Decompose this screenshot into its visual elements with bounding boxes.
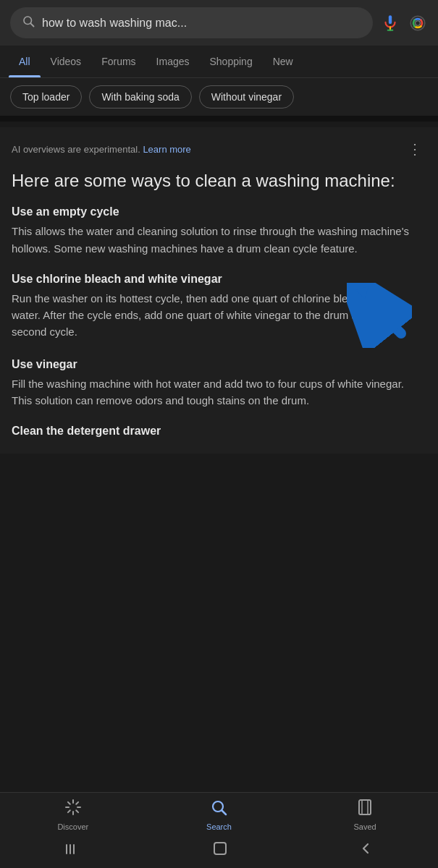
nav-search[interactable]: Search: [190, 799, 248, 831]
search-nav-label: Search: [206, 822, 232, 831]
chip-baking-soda[interactable]: With baking soda: [89, 85, 191, 109]
ai-section-empty-cycle: Use an empty cycle This allows the water…: [12, 205, 426, 257]
section-title-vinegar: Use vinegar: [12, 358, 426, 371]
section-divider: [0, 116, 438, 122]
svg-line-15: [68, 810, 70, 812]
tab-all[interactable]: All: [9, 46, 41, 77]
search-icon: [22, 14, 35, 31]
system-nav-bar: [0, 834, 438, 868]
ai-section-vinegar: Use vinegar Fill the washing machine wit…: [12, 358, 426, 409]
svg-point-6: [416, 20, 421, 25]
nav-discover[interactable]: Discover: [44, 799, 102, 831]
section-title-detergent: Clean the detergent drawer: [12, 425, 426, 438]
chip-top-loader[interactable]: Top loader: [10, 85, 82, 109]
ai-section-detergent: Clean the detergent drawer: [12, 425, 426, 438]
section-title-empty-cycle: Use an empty cycle: [12, 205, 426, 218]
section-text-chlorine: Run the washer on its hottest cycle, the…: [12, 290, 426, 341]
nav-saved[interactable]: Saved: [336, 799, 394, 831]
google-lens-icon[interactable]: [408, 13, 428, 33]
search-bar[interactable]: how to wash washing mac...: [10, 7, 373, 38]
chip-without-vinegar[interactable]: Without vinegar: [199, 85, 294, 109]
section-text-vinegar: Fill the washing machine with hot water …: [12, 375, 426, 409]
tab-shopping[interactable]: Shopping: [200, 46, 263, 77]
saved-label: Saved: [354, 822, 376, 831]
recents-button[interactable]: [66, 843, 82, 858]
ai-overview-header: AI overviews are experimental. Learn mor…: [12, 139, 426, 159]
saved-icon: [357, 799, 373, 820]
svg-line-12: [68, 802, 70, 804]
svg-rect-2: [389, 15, 392, 24]
search-nav-icon: [210, 799, 227, 820]
discover-icon: [64, 799, 82, 820]
svg-line-17: [222, 811, 227, 815]
ai-overview-section: AI overviews are experimental. Learn mor…: [0, 127, 438, 454]
ai-overview-title: Here are some ways to clean a washing ma…: [12, 169, 426, 192]
svg-line-14: [76, 802, 78, 804]
tab-new[interactable]: New: [263, 46, 303, 77]
svg-rect-20: [66, 844, 67, 854]
svg-rect-21: [70, 844, 71, 854]
discover-label: Discover: [57, 822, 88, 831]
search-bar-area: how to wash washing mac...: [0, 0, 438, 46]
tabs-area: All Videos Forums Images Shopping New: [0, 46, 438, 78]
ai-disclaimer: AI overviews are experimental. Learn mor…: [12, 144, 191, 155]
tab-videos[interactable]: Videos: [41, 46, 92, 77]
ai-section-chlorine: Use chlorine bleach and white vinegar Ru…: [12, 273, 426, 341]
svg-rect-19: [362, 800, 368, 814]
svg-line-1: [30, 23, 33, 26]
svg-line-13: [76, 810, 78, 812]
section-text-empty-cycle: This allows the water and cleaning solut…: [12, 223, 426, 257]
bottom-navigation: Discover Search Saved: [0, 792, 438, 868]
svg-rect-18: [359, 800, 371, 814]
tab-images[interactable]: Images: [146, 46, 200, 77]
learn-more-link[interactable]: Learn more: [143, 144, 190, 155]
chips-area: Top loader With baking soda Without vine…: [0, 78, 438, 116]
home-button[interactable]: [213, 841, 227, 859]
back-button[interactable]: [358, 841, 373, 859]
more-options-button[interactable]: ⋮: [403, 139, 426, 159]
search-query: how to wash washing mac...: [42, 17, 361, 30]
nav-items: Discover Search Saved: [0, 793, 438, 834]
tab-forums[interactable]: Forums: [91, 46, 146, 77]
section-title-chlorine: Use chlorine bleach and white vinegar: [12, 273, 426, 286]
microphone-icon[interactable]: [380, 13, 400, 33]
svg-rect-23: [214, 843, 226, 854]
svg-rect-22: [73, 844, 75, 854]
